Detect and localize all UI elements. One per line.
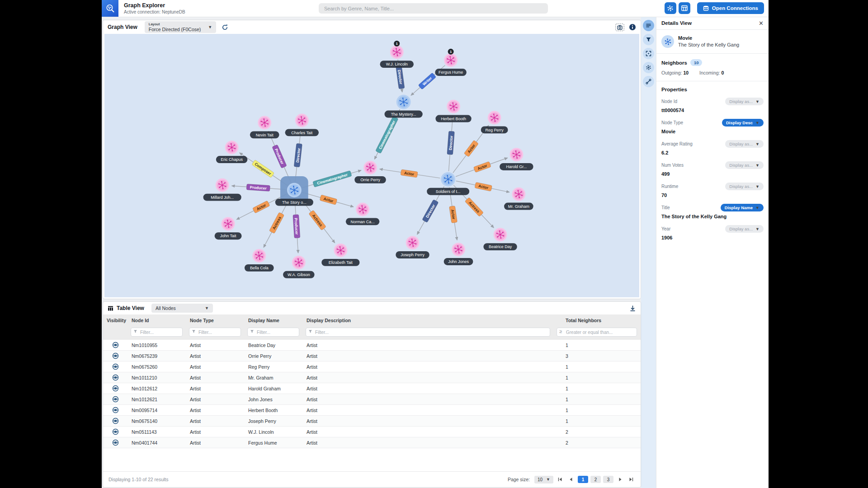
graph-node-soldiers[interactable]: [441, 172, 455, 187]
display-as-select[interactable]: Display as... ▼: [725, 225, 764, 233]
edge-label: Director: [422, 199, 439, 222]
page-button-3[interactable]: 3: [603, 476, 613, 483]
visibility-eye-icon[interactable]: [112, 352, 119, 359]
table-row[interactable]: Nm0675260 Artist Reg Perry Artist 1: [103, 361, 641, 372]
graph-node-mystery[interactable]: [396, 95, 411, 109]
open-connections-label: Open Connections: [712, 5, 758, 11]
graph-edge[interactable]: Producer: [232, 184, 286, 191]
graph-node-mr_graham[interactable]: [512, 188, 525, 201]
visibility-eye-icon[interactable]: [112, 396, 119, 403]
graph-node-eric_chapus[interactable]: [225, 141, 239, 154]
nodes-styling-button[interactable]: [643, 62, 654, 73]
table-row[interactable]: Nm1012621 Artist John Jones Artist 1: [103, 394, 641, 405]
display-as-select[interactable]: Display Desc ▼: [722, 119, 764, 127]
graph-edge[interactable]: Director: [294, 130, 302, 182]
graph-canvas[interactable]: DirectorWriterCinematographerCinematogra…: [104, 34, 639, 297]
display-description-filter-input[interactable]: [306, 328, 550, 337]
graph-node-john_tait[interactable]: [222, 217, 235, 230]
graph-node-label: Elizabeth Tait: [321, 259, 359, 266]
table-icon: [681, 5, 688, 11]
graph-node-elizabeth_tait[interactable]: [334, 244, 347, 257]
property-row: Average Rating Display as... ▼ 6.2: [661, 140, 764, 155]
table-row[interactable]: Nm1011210 Artist Mr. Graham Artist 1: [103, 372, 641, 383]
graph-node-reg_perry[interactable]: [488, 111, 501, 125]
table-row[interactable]: Nm1010955 Artist Beatrice Day Artist 1: [103, 340, 641, 351]
visibility-eye-icon[interactable]: [112, 374, 119, 381]
graph-node-herbert_booth[interactable]: [447, 100, 460, 113]
svg-text:Cinematographer: Cinematographer: [378, 119, 396, 150]
graph-node-john_jones[interactable]: [452, 243, 465, 256]
table-row[interactable]: Nm0511143 Artist W.J. Lincoln Artist 2: [103, 427, 641, 437]
graph-svg: DirectorWriterCinematographerCinematogra…: [104, 34, 639, 297]
edges-styling-button[interactable]: [643, 76, 654, 87]
display-name-filter-input[interactable]: [247, 328, 299, 337]
page-button-1[interactable]: 1: [578, 476, 588, 483]
graph-edge[interactable]: Actor: [380, 169, 440, 178]
filters-button[interactable]: [643, 34, 654, 45]
search-input[interactable]: [319, 3, 548, 14]
visibility-eye-icon[interactable]: [112, 407, 119, 413]
property-value: tt0000574: [661, 108, 764, 113]
graph-node-wj_lincoln[interactable]: 1: [390, 41, 404, 59]
graph-edge[interactable]: Actor: [449, 188, 458, 240]
graph-node-joseph_perry[interactable]: [406, 236, 420, 249]
graph-node-bella_cola[interactable]: [252, 249, 266, 263]
table-row[interactable]: Nm0675239 Artist Orrie Perry Artist 3: [103, 351, 641, 361]
graph-node-nevin_tait[interactable]: [258, 116, 271, 130]
graph-edge[interactable]: Cinematographer: [302, 170, 361, 188]
table-view-toggle-button[interactable]: [679, 2, 690, 14]
close-icon[interactable]: ✕: [759, 20, 764, 27]
page-size-select[interactable]: 10 ▼: [534, 476, 553, 483]
total-neighbors-filter-input[interactable]: [557, 328, 637, 337]
graph-edge[interactable]: Director: [447, 116, 455, 171]
table-scope-select[interactable]: All Nodes ▼: [151, 304, 213, 313]
display-as-select[interactable]: Display as... ▼: [725, 161, 764, 169]
graph-node-millard_joh[interactable]: [216, 178, 229, 192]
next-page-button[interactable]: [616, 476, 624, 483]
database-icon: [703, 5, 709, 11]
display-as-select[interactable]: Display as... ▼: [725, 140, 764, 148]
display-as-select[interactable]: Display Name ▼: [721, 204, 764, 211]
download-button[interactable]: [629, 305, 636, 312]
visibility-eye-icon[interactable]: [112, 428, 119, 435]
graph-node-label: Herbert Booth: [435, 115, 471, 122]
node-type-filter-input[interactable]: [189, 328, 241, 337]
table-row[interactable]: Nm0401744 Artist Fergus Hume Artist 2: [103, 437, 641, 448]
display-as-select[interactable]: Display as... ▼: [725, 183, 764, 190]
screenshot-camera-button[interactable]: [615, 23, 624, 31]
visibility-eye-icon[interactable]: [112, 342, 119, 348]
graph-node-wa_gibson[interactable]: [292, 256, 306, 269]
graph-view-toggle-button[interactable]: [665, 2, 676, 14]
layout-select[interactable]: Layout Force Directed (F0Cose) ▼: [145, 21, 216, 33]
graph-node-orrie_perry[interactable]: [363, 161, 377, 174]
first-page-button[interactable]: [556, 476, 564, 483]
table-row[interactable]: Nm0675140 Artist Joseph Perry Artist 1: [103, 416, 641, 427]
node-id-filter-input[interactable]: [131, 328, 183, 337]
expand-button[interactable]: [643, 48, 654, 59]
graph-node-harold_gr[interactable]: [509, 148, 523, 161]
re-run-layout-button[interactable]: [222, 24, 228, 31]
previous-page-button[interactable]: [567, 476, 575, 483]
table-row[interactable]: Nm0095714 Artist Herbert Booth Artist 1: [103, 405, 641, 416]
last-page-button[interactable]: [627, 476, 635, 483]
graph-node-fergus_hume[interactable]: 1: [444, 49, 458, 67]
visibility-eye-icon[interactable]: [112, 385, 119, 392]
cell-node-id: Nm0511143: [128, 429, 186, 435]
graph-node-norman_ca[interactable]: [356, 203, 369, 216]
table-filter-row: ≥: [103, 326, 641, 340]
table-row[interactable]: Nm1012612 Artist Harold Graham Artist 1: [103, 383, 641, 394]
graph-node-beatrice_day[interactable]: [494, 228, 507, 241]
visibility-eye-icon[interactable]: [112, 439, 119, 446]
info-button[interactable]: [629, 23, 636, 31]
details-view-panel: Details View ✕ Movie The Story of the Ke…: [656, 17, 769, 488]
visibility-eye-icon[interactable]: [112, 418, 119, 424]
display-as-select[interactable]: Display as... ▼: [725, 98, 764, 105]
edge-label: Actress: [269, 212, 284, 234]
details-view-button[interactable]: [643, 20, 654, 31]
graph-node-charles_tait[interactable]: [295, 114, 309, 127]
page-button-2[interactable]: 2: [590, 476, 601, 483]
graph-edge[interactable]: Producer: [293, 198, 300, 253]
open-connections-button[interactable]: Open Connections: [697, 2, 764, 14]
svg-text:Soldiers of t...: Soldiers of t...: [436, 189, 461, 194]
visibility-eye-icon[interactable]: [112, 363, 119, 370]
